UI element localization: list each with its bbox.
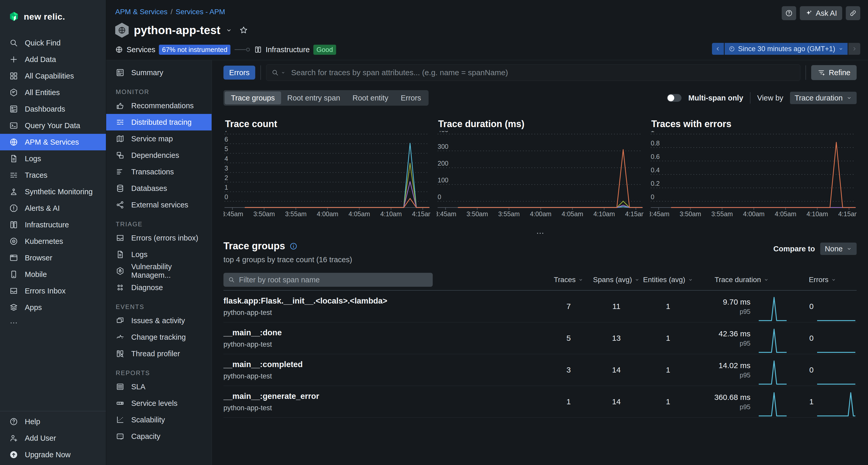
brand-logo[interactable]: new relic.: [0, 0, 106, 24]
sidebar-item-traces[interactable]: Traces: [0, 167, 106, 183]
subnav-item-databases[interactable]: Databases: [106, 180, 212, 196]
transactions-icon: [116, 167, 125, 176]
sidebar-item-query-your-data[interactable]: Query Your Data: [0, 117, 106, 134]
root-span-name[interactable]: __main__:generate_error: [223, 392, 545, 401]
tab-trace-groups[interactable]: Trace groups: [225, 91, 281, 104]
sidebar-item-infrastructure[interactable]: Infrastructure: [0, 216, 106, 233]
sidebar-item-all-entities[interactable]: All Entities: [0, 84, 106, 101]
subnav-item-dependencies[interactable]: Dependencies: [106, 147, 212, 163]
subnav-item-sla[interactable]: SLA: [106, 378, 212, 395]
sidebar-item-apm-services[interactable]: APM & Services: [0, 134, 106, 150]
tab-root-entity[interactable]: Root entity: [346, 91, 395, 104]
subnav-item-issues-activity[interactable]: Issues & activity: [106, 312, 212, 329]
sidebar-item-quick-find[interactable]: Quick Find: [0, 35, 106, 51]
duration-percentile: p95: [719, 371, 750, 379]
view-by-dropdown[interactable]: Trace duration: [790, 92, 857, 104]
favorite-star-icon[interactable]: [239, 26, 248, 35]
subnav-item-thread-profiler[interactable]: Thread profiler: [106, 345, 212, 362]
compare-to-dropdown[interactable]: None: [820, 243, 857, 255]
subnav-section-events: EVENTS: [106, 302, 212, 312]
nav-more-button[interactable]: [0, 316, 106, 330]
tab-errors[interactable]: Errors: [395, 91, 427, 104]
traces-icon: [9, 171, 18, 180]
sidebar-item-label: Infrastructure: [25, 221, 69, 229]
sidebar-item-logs[interactable]: Logs: [0, 150, 106, 167]
subnav-item-diagnose[interactable]: Diagnose: [106, 279, 212, 296]
sidebar-item-mobile[interactable]: Mobile: [0, 266, 106, 283]
tab-root-entry-span[interactable]: Root entry span: [281, 91, 346, 104]
ask-ai-button[interactable]: Ask AI: [800, 6, 842, 20]
subnav-item-label: Scalability: [131, 416, 165, 424]
sidebar-item-browser[interactable]: Browser: [0, 250, 106, 266]
subnav-item-distributed-tracing[interactable]: Distributed tracing: [106, 114, 212, 130]
refine-button[interactable]: Refine: [811, 65, 857, 80]
diagnose-icon: [116, 283, 125, 292]
svg-text:4:00am: 4:00am: [530, 210, 551, 218]
duration-sparkline: [757, 358, 788, 386]
column-label: Errors: [809, 276, 829, 284]
time-back-button[interactable]: [712, 43, 724, 55]
column-header-spans-avg-[interactable]: Spans (avg): [592, 276, 641, 284]
root-span-name[interactable]: flask.app:Flask.__init__.<locals>.<lambd…: [223, 296, 545, 306]
svg-text:3:55am: 3:55am: [711, 210, 733, 218]
sidebar-footer-help[interactable]: Help: [0, 413, 106, 430]
trace-duration-cell: 360.68 msp95: [695, 386, 788, 417]
trace-group-row[interactable]: flask.app:Flask.__init__.<locals>.<lambd…: [223, 291, 857, 322]
charts-expander[interactable]: [212, 230, 868, 237]
subnav-item-summary[interactable]: Summary: [106, 64, 212, 81]
trace-search-input[interactable]: [291, 68, 795, 77]
sidebar-item-alerts-ai[interactable]: Alerts & AI: [0, 200, 106, 216]
sidebar-item-synthetic-monitoring[interactable]: Synthetic Monitoring: [0, 183, 106, 200]
subnav-item-logs[interactable]: Logs: [106, 246, 212, 263]
help-button[interactable]: [782, 6, 796, 20]
column-header-entities-avg-[interactable]: Entities (avg): [641, 276, 695, 284]
svg-text:4:05am: 4:05am: [562, 210, 583, 218]
sidebar-footer-upgrade-now[interactable]: Upgrade Now: [0, 446, 106, 463]
services-status-badge[interactable]: 67% not instrumented: [159, 45, 230, 55]
sidebar-footer-add-user[interactable]: Add User: [0, 430, 106, 446]
trace-group-row[interactable]: __main__:completedpython-app-test314114.…: [223, 354, 857, 386]
subnav-item-service-levels[interactable]: Service levels: [106, 395, 212, 411]
sidebar-item-dashboards[interactable]: Dashboards: [0, 101, 106, 117]
sidebar-item-kubernetes[interactable]: Kubernetes: [0, 233, 106, 250]
subnav-section-triage: TRIAGE: [106, 219, 212, 230]
subnav-item-recommendations[interactable]: Recommendations: [106, 97, 212, 114]
subnav-item-change-tracking[interactable]: Change tracking: [106, 329, 212, 345]
svg-text:7: 7: [224, 131, 228, 133]
multi-span-toggle[interactable]: [667, 94, 681, 102]
subnav-item-capacity[interactable]: Capacity: [106, 428, 212, 444]
breadcrumb-link-services[interactable]: Services - APM: [176, 8, 225, 16]
chevron-down-icon[interactable]: [225, 27, 232, 34]
breadcrumb-link-apm[interactable]: APM & Services: [115, 8, 167, 16]
primary-sidebar: new relic. Quick FindAdd DataAll Capabil…: [0, 0, 106, 465]
trace-group-row[interactable]: __main__:donepython-app-test513142.36 ms…: [223, 322, 857, 354]
subnav-item-scalability[interactable]: Scalability: [106, 411, 212, 428]
subnav-item-external-services[interactable]: External services: [106, 196, 212, 213]
column-header-traces[interactable]: Traces: [545, 276, 592, 284]
root-span-name[interactable]: __main__:completed: [223, 360, 545, 369]
sidebar-item-apps[interactable]: Apps: [0, 299, 106, 316]
trace-group-row[interactable]: __main__:generate_errorpython-app-test11…: [223, 386, 857, 418]
sidebar-item-label: Logs: [25, 154, 41, 163]
subnav-item-transactions[interactable]: Transactions: [106, 163, 212, 180]
sidebar-item-add-data[interactable]: Add Data: [0, 51, 106, 68]
sidebar-item-all-capabilities[interactable]: All Capabilities: [0, 68, 106, 84]
subnav-item-errors-errors-inbox-[interactable]: Errors (errors inbox): [106, 230, 212, 246]
subnav-item-service-map[interactable]: Service map: [106, 130, 212, 147]
filter-input[interactable]: [239, 275, 428, 284]
subnav-item-label: Dependencies: [131, 151, 179, 160]
sidebar-item-label: Dashboards: [25, 105, 65, 114]
copy-link-button[interactable]: [846, 6, 860, 20]
time-range-button[interactable]: Since 30 minutes ago (GMT+1): [724, 43, 847, 55]
browser-icon: [9, 253, 18, 262]
chevron-down-icon[interactable]: [281, 70, 285, 75]
root-span-name[interactable]: __main__:done: [223, 328, 545, 337]
sidebar-item-errors-inbox[interactable]: Errors Inbox: [0, 283, 106, 299]
errors-filter-chip[interactable]: Errors: [223, 66, 255, 80]
time-forward-button[interactable]: [848, 43, 860, 55]
info-icon[interactable]: [289, 242, 298, 250]
column-header-errors[interactable]: Errors: [788, 276, 857, 284]
column-header-trace-duration[interactable]: Trace duration: [695, 276, 788, 284]
subnav-item-vulnerability-managem-[interactable]: Vulnerability Managem...: [106, 263, 212, 279]
infrastructure-status-badge[interactable]: Good: [313, 45, 336, 55]
